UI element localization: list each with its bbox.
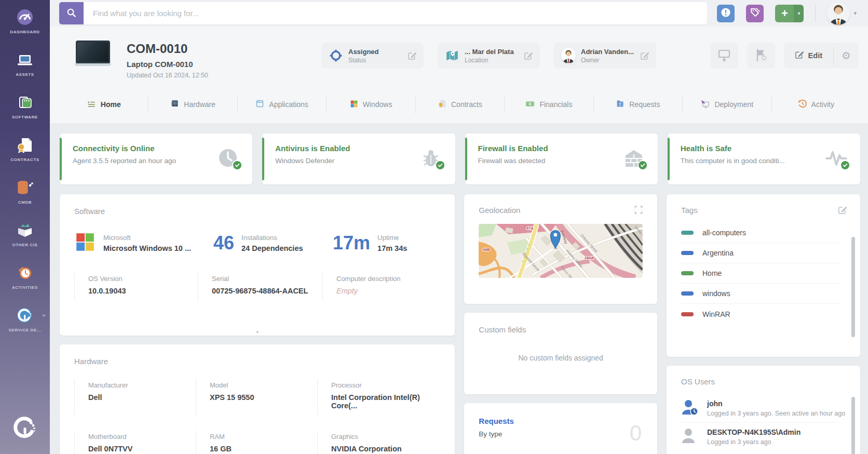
status-value: Assigned — [348, 48, 406, 56]
field-value: Empty — [336, 287, 430, 295]
map[interactable]: Orleans Street Hickory Street Ferris Str… — [479, 224, 643, 278]
os-version-field: OS Version 10.0.19043 — [74, 273, 198, 300]
sidebar-item-cmdb[interactable]: CMDB — [0, 170, 50, 213]
tab-financials[interactable]: 0 Financials — [505, 96, 593, 113]
global-search — [59, 2, 707, 24]
tab-requests[interactable]: Requests — [594, 96, 683, 113]
asset-header: COM-0010 Laptop COM-0010 Updated Oct 16 … — [60, 35, 860, 87]
description-field: Computer description Empty — [322, 273, 440, 300]
tag-row: Home — [681, 263, 842, 284]
owner-avatar — [561, 48, 576, 63]
field-label: RAM — [210, 433, 307, 440]
tab-home[interactable]: Home — [60, 96, 148, 113]
tag-color-pill — [681, 291, 694, 296]
flag-minus-icon — [754, 48, 768, 63]
expand-arrow-icon[interactable]: ▸ — [43, 312, 46, 318]
edit-location-button[interactable] — [523, 50, 534, 61]
tag-row: WinRAR — [681, 304, 842, 324]
asset-image — [75, 41, 111, 66]
asset-subtitle: Laptop COM-0010 — [127, 60, 321, 69]
topbar-actions: + ▾ ▾ — [717, 0, 857, 26]
status-chip: Assigned Status — [321, 43, 424, 69]
software-title: Software — [74, 207, 440, 216]
edit-owner-button[interactable] — [639, 50, 650, 61]
field-label: Model — [210, 381, 307, 389]
search-button[interactable] — [59, 2, 84, 24]
sidebar-item-dashboard[interactable]: DASHBOARD — [0, 0, 50, 43]
software-card: Software Microsoft Microsoft Windows 10 … — [60, 194, 455, 336]
field-label: Processor — [331, 381, 428, 389]
status-accent-bar — [465, 138, 467, 180]
owner-chip: Adrian Vanden... Owner — [554, 43, 656, 69]
tab-hardware[interactable]: Hardware — [148, 96, 237, 113]
sidebar-label: OTHER CIS — [12, 243, 38, 247]
edit-group: Edit ⚙ — [784, 43, 859, 69]
sidebar-item-other-cis[interactable]: OTHER CIS — [0, 213, 50, 256]
tag-row: all-computers — [681, 223, 842, 243]
field-value: 00725-96875-48864-AACEL — [212, 287, 312, 295]
field-value: 10.0.19043 — [88, 287, 187, 295]
user-list: john Logged in 3 years ago. Seen active … — [667, 394, 860, 451]
empty-state-text: No custom fields assigned — [479, 354, 643, 362]
dependencies-value: 24 Dependencies — [241, 244, 303, 252]
hardware-monitor-icon — [170, 99, 179, 110]
asset-header-zone: COM-0010 Laptop COM-0010 Updated Oct 16 … — [50, 26, 868, 124]
user-name: DESKTOP-N4K195S\Admin — [707, 428, 801, 436]
financials-banknote-icon: 0 — [525, 99, 535, 110]
sidebar-item-activities[interactable]: ACTIVITIES — [0, 256, 50, 298]
tab-deployment[interactable]: Deployment — [683, 96, 771, 113]
user-row: DESKTOP-N4K195S\Admin Logged in 3 years … — [681, 423, 842, 451]
sidebar-item-software[interactable]: SOFTWARE — [0, 85, 50, 128]
flag-button[interactable] — [747, 43, 775, 69]
ram-field: RAM 16 GB — [196, 431, 317, 454]
tags-card: Tags all-computers Argentina Home — [667, 194, 860, 357]
requests-count: 0 — [630, 421, 642, 446]
topbar: + ▾ ▾ — [50, 0, 868, 26]
scrollbar[interactable] — [851, 397, 855, 454]
tab-label: Deployment — [714, 100, 753, 109]
gear-icon[interactable]: ⚙ — [834, 43, 859, 69]
tab-windows[interactable]: Windows — [327, 96, 415, 113]
alerts-button[interactable] — [717, 5, 735, 22]
create-button[interactable]: + ▾ — [775, 5, 804, 22]
tab-contracts[interactable]: Contracts — [416, 96, 505, 113]
requests-subtitle: By type — [479, 430, 643, 438]
status-target-icon — [329, 49, 343, 62]
status-accent-bar — [60, 138, 62, 180]
search-icon — [66, 8, 76, 19]
activities-icon — [16, 264, 34, 282]
status-accent-bar — [668, 138, 670, 180]
field-label: Graphics — [331, 433, 428, 440]
field-value: Dell — [88, 393, 185, 402]
sidebar-item-assets[interactable]: ASSETS — [0, 43, 50, 85]
sidebar-item-service-desk[interactable]: SERVICE DE... ▸ — [0, 298, 50, 341]
motherboard-field: Motherboard Dell 0N7TVV — [74, 431, 196, 454]
tab-label: Contracts — [451, 100, 482, 109]
tab-applications[interactable]: Applications — [238, 96, 327, 113]
edit-label: Edit — [808, 51, 822, 60]
requests-link[interactable]: Requests — [479, 417, 643, 425]
search-input[interactable] — [84, 2, 707, 24]
fullscreen-icon[interactable] — [634, 206, 643, 216]
scrollbar[interactable] — [851, 237, 855, 337]
field-value: XPS 15 9550 — [210, 393, 307, 402]
edit-status-button[interactable] — [406, 50, 417, 61]
collapse-caret-icon[interactable]: ▴ — [249, 327, 266, 335]
software-icon — [16, 94, 34, 111]
tag-icon — [750, 7, 760, 19]
edit-tags-button[interactable] — [837, 205, 848, 216]
tags-button[interactable] — [746, 5, 764, 22]
remote-session-button[interactable] — [710, 43, 738, 69]
tab-label: Applications — [269, 100, 308, 109]
user-clock-icon — [681, 399, 699, 418]
user-row: john Logged in 3 years ago. Seen active … — [681, 394, 842, 423]
antivirus-bug-icon — [420, 147, 445, 171]
hardware-card: Hardware Manufacturer Dell Model XPS 15 … — [60, 344, 455, 454]
tab-activity[interactable]: Activity — [772, 96, 860, 113]
field-value: NVIDIA Corporation — [331, 445, 428, 453]
monitor-plug-icon — [717, 48, 731, 63]
tag-color-pill — [681, 312, 694, 316]
edit-button[interactable]: Edit — [784, 43, 833, 69]
sidebar-item-contracts[interactable]: CONTRACTS — [0, 128, 50, 170]
user-menu[interactable]: ▾ — [827, 2, 857, 25]
